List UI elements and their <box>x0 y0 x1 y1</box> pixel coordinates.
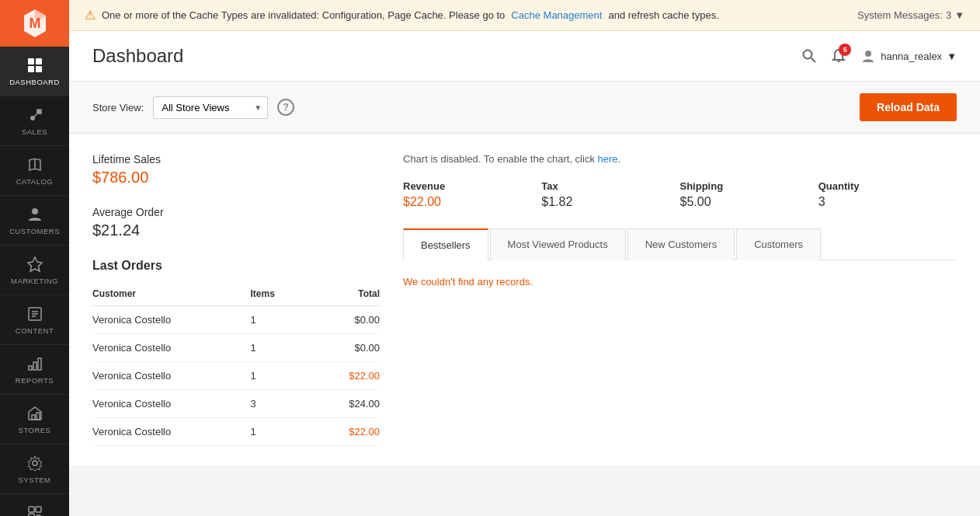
order-items: 3 <box>251 390 308 418</box>
page-title: Dashboard <box>92 45 183 67</box>
sidebar-item-extensions[interactable] <box>0 494 69 516</box>
store-view-bar: Store View: All Store Views Default Stor… <box>69 82 980 134</box>
system-messages-dropdown[interactable]: ▼ <box>954 9 964 21</box>
order-items: 1 <box>251 306 308 334</box>
quantity-stat: Quantity 3 <box>818 180 957 209</box>
left-panel: Lifetime Sales $786.00 Average Order $21… <box>92 153 380 446</box>
table-row: Veronica Costello3$24.00 <box>92 390 380 418</box>
table-row: Veronica Costello1$0.00 <box>92 334 380 362</box>
table-row: Veronica Costello1$22.00 <box>92 418 380 446</box>
average-order-section: Average Order $21.24 <box>92 206 380 239</box>
table-row: Veronica Costello1$0.00 <box>92 306 380 334</box>
svg-rect-4 <box>36 58 42 64</box>
catalog-icon <box>26 155 44 174</box>
sidebar-item-reports-label: REPORTS <box>16 376 54 385</box>
sidebar-item-dashboard-label: DASHBOARD <box>9 78 60 86</box>
col-header-customer: Customer <box>92 282 251 306</box>
lifetime-sales-label: Lifetime Sales <box>92 153 380 166</box>
notification-bell[interactable]: 5 <box>831 48 846 64</box>
system-messages-area: System Messages: 3 ▼ <box>857 9 964 21</box>
svg-line-9 <box>33 112 39 118</box>
stats-row: Revenue $22.00 Tax $1.82 Shipping $5.00 … <box>403 180 957 209</box>
svg-rect-27 <box>36 507 41 512</box>
order-customer: Veronica Costello <box>92 362 251 390</box>
col-header-total: Total <box>308 282 381 306</box>
customers-icon <box>26 205 44 224</box>
sidebar-item-reports[interactable]: REPORTS <box>0 345 69 395</box>
dashboard-grid: Lifetime Sales $786.00 Average Order $21… <box>69 134 980 465</box>
svg-rect-20 <box>32 415 35 420</box>
user-menu[interactable]: hanna_realex ▼ <box>860 48 957 64</box>
revenue-stat: Revenue $22.00 <box>403 180 541 209</box>
sidebar-item-system[interactable]: SYSTEM <box>0 445 69 494</box>
stores-icon <box>26 404 44 423</box>
sidebar-item-customers[interactable]: CUSTOMERS <box>0 196 69 246</box>
store-view-select[interactable]: All Store Views Default Store View <box>153 96 268 119</box>
sidebar-item-dashboard[interactable]: DASHBOARD <box>0 47 69 96</box>
order-items: 1 <box>251 418 308 446</box>
help-button[interactable]: ? <box>277 99 294 116</box>
store-view-select-wrapper: All Store Views Default Store View ▼ <box>153 96 268 119</box>
order-total: $24.00 <box>308 390 381 418</box>
svg-line-30 <box>811 58 816 63</box>
average-order-label: Average Order <box>92 206 380 218</box>
cache-management-link[interactable]: Cache Management <box>511 9 602 21</box>
sidebar-item-marketing[interactable]: MARKETING <box>0 246 69 295</box>
svg-rect-21 <box>36 413 40 420</box>
alert-warning-icon: ⚠ <box>85 8 96 23</box>
sidebar-item-catalog[interactable]: CATALOG <box>0 146 69 196</box>
sidebar-item-system-label: SYSTEM <box>18 476 50 484</box>
shipping-label: Shipping <box>680 180 803 192</box>
svg-point-11 <box>32 208 38 214</box>
no-records-message: We couldn't find any records. <box>403 260 957 303</box>
svg-rect-17 <box>29 366 32 370</box>
svg-rect-19 <box>38 358 41 370</box>
order-total: $22.00 <box>308 418 381 446</box>
svg-point-31 <box>865 51 871 57</box>
user-name: hanna_realex <box>881 51 942 62</box>
sidebar-item-sales[interactable]: SALES <box>0 96 69 146</box>
alert-message-prefix: One or more of the Cache Types are inval… <box>102 9 505 21</box>
svg-rect-18 <box>33 362 36 370</box>
content-icon <box>26 305 44 323</box>
svg-rect-5 <box>28 66 34 72</box>
notification-count: 5 <box>839 44 851 56</box>
chart-link-suffix: . <box>618 153 621 165</box>
right-panel: Chart is disabled. To enable the chart, … <box>403 153 957 446</box>
chart-disabled-text: Chart is disabled. To enable the chart, … <box>403 153 595 165</box>
lifetime-sales-section: Lifetime Sales $786.00 <box>92 153 380 187</box>
sidebar-item-stores-label: STORES <box>19 426 51 434</box>
order-total: $22.00 <box>308 362 381 390</box>
revenue-value: $22.00 <box>403 195 526 209</box>
tab-bestsellers[interactable]: Bestsellers <box>403 228 488 260</box>
extensions-icon <box>26 504 44 516</box>
user-dropdown-icon: ▼ <box>947 51 957 62</box>
shipping-value: $5.00 <box>680 195 803 209</box>
system-icon <box>26 454 44 472</box>
search-icon <box>801 48 817 64</box>
order-customer: Veronica Costello <box>92 390 251 418</box>
tab-most-viewed[interactable]: Most Viewed Products <box>490 228 626 260</box>
svg-text:M: M <box>29 16 40 31</box>
lifetime-sales-value: $786.00 <box>92 169 380 187</box>
order-items: 1 <box>251 334 308 362</box>
dashboard-icon <box>26 56 44 75</box>
order-items: 1 <box>251 362 308 390</box>
sidebar-item-stores[interactable]: STORES <box>0 395 69 445</box>
store-view-label: Store View: <box>92 102 144 113</box>
tax-label: Tax <box>541 180 664 192</box>
table-row: Veronica Costello1$22.00 <box>92 362 380 390</box>
average-order-value: $21.24 <box>92 221 380 239</box>
reports-icon <box>26 354 44 373</box>
chart-disabled-message: Chart is disabled. To enable the chart, … <box>403 153 957 165</box>
tab-new-customers[interactable]: New Customers <box>627 228 735 260</box>
sidebar-item-content[interactable]: CONTENT <box>0 295 69 345</box>
order-customer: Veronica Costello <box>92 334 251 362</box>
reload-data-button[interactable]: Reload Data <box>860 93 957 121</box>
tax-value: $1.82 <box>541 195 664 209</box>
tax-stat: Tax $1.82 <box>541 180 679 209</box>
chart-enable-link[interactable]: here <box>598 153 618 165</box>
tab-customers[interactable]: Customers <box>736 228 821 260</box>
search-button[interactable] <box>801 48 817 64</box>
svg-rect-6 <box>36 66 42 72</box>
